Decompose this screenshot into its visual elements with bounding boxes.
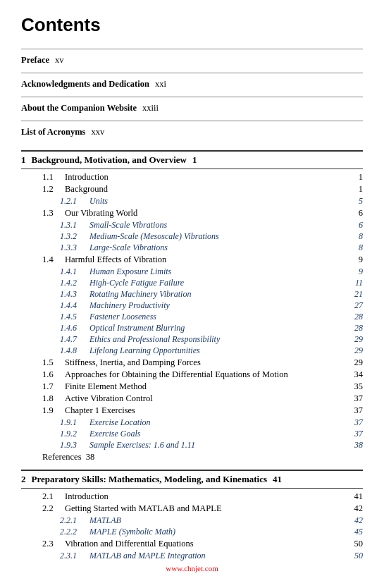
page-container: Contents PrefacexvAcknowledgments and De… (0, 0, 384, 587)
subsection-title: Fastener Looseness (89, 312, 352, 322)
subsection: 1.4.7Ethics and Professional Responsibil… (21, 334, 363, 345)
subsection-num: 1.4.6 (60, 323, 87, 333)
subsection-page: 11 (355, 278, 363, 288)
page-title: Contents (21, 14, 363, 36)
subsection-num: 1.4.4 (60, 300, 87, 311)
subsection: 2.3.1MATLAB and MAPLE Integration50 (21, 551, 363, 561)
chapter-num: 2 (21, 474, 26, 485)
subsection-num: 2.2.1 (60, 515, 87, 526)
section-num: 2.1 (42, 491, 62, 502)
subsection-title: Rotating Machinery Vibration (89, 289, 352, 300)
front-matter-title: Preface (21, 55, 49, 66)
front-matter-item: List of Acronymsxxv (21, 121, 363, 143)
front-matter-item: Prefacexv (21, 49, 363, 71)
section-num: 2.3 (42, 539, 62, 549)
chapter: 2Preparatory Skills: Mathematics, Modeli… (21, 470, 363, 561)
section-page: 37 (354, 393, 364, 404)
subsection-num: 1.3.2 (60, 231, 87, 242)
subsection-page: 37 (354, 429, 363, 439)
section-page: 42 (354, 503, 364, 514)
subsection-num: 2.3.1 (60, 551, 87, 561)
front-matter-title: List of Acronyms (21, 127, 85, 137)
section: 1.3Our Vibrating World6 (21, 208, 363, 219)
front-matter-item: About the Companion Websitexxiii (21, 97, 363, 119)
section: 1.8Active Vibration Control37 (21, 393, 363, 404)
subsection-page: 9 (359, 267, 363, 277)
subsection-title: Medium-Scale (Mesoscale) Vibrations (89, 231, 356, 242)
subsection-title: MAPLE (Symbolic Math) (89, 527, 352, 537)
subsection-num: 1.9.2 (60, 429, 87, 439)
section-title: Approaches for Obtaining the Differentia… (65, 369, 352, 380)
front-matter-page: xxv (91, 127, 104, 137)
subsection-num: 1.4.2 (60, 278, 87, 288)
subsection-page: 6 (359, 220, 363, 231)
subsection: 2.2.1MATLAB42 (21, 515, 363, 526)
subsection: 1.9.3Sample Exercises: 1.6 and 1.1138 (21, 440, 363, 451)
section-num: 1.5 (42, 357, 62, 368)
subsection-title: Sample Exercises: 1.6 and 1.11 (89, 440, 352, 451)
chapter-page: 41 (273, 474, 282, 485)
section-page: 37 (354, 405, 364, 416)
references-label: References (42, 452, 82, 462)
subsection-title: High-Cycle Fatigue Failure (89, 278, 352, 288)
subsection: 1.3.1Small-Scale Vibrations6 (21, 220, 363, 231)
subsection-num: 1.4.3 (60, 289, 87, 300)
front-matter-section: PrefacexvAcknowledgments and Dedicationx… (21, 49, 363, 143)
subsection: 1.9.1Exercise Location37 (21, 417, 363, 428)
subsection: 1.9.2Exercise Goals37 (21, 429, 363, 439)
section: 1.4Harmful Effects of Vibration9 (21, 255, 363, 265)
chapter-header: 2Preparatory Skills: Mathematics, Modeli… (21, 470, 363, 489)
section-title: Our Vibrating World (65, 208, 356, 219)
chapter: 1Background, Motivation, and Overview11.… (21, 150, 363, 463)
subsection-title: Units (89, 196, 356, 207)
section-num: 1.8 (42, 393, 62, 404)
subsection: 1.4.5Fastener Looseness28 (21, 312, 363, 322)
section: 1.6Approaches for Obtaining the Differen… (21, 369, 363, 380)
subsection-page: 45 (354, 527, 363, 537)
section: 1.1Introduction1 (21, 172, 363, 183)
subsection-title: MATLAB and MAPLE Integration (89, 551, 352, 561)
subsection-num: 1.3.3 (60, 243, 87, 253)
subsection-page: 28 (354, 323, 363, 333)
section-title: Background (65, 184, 356, 195)
section-num: 1.2 (42, 184, 62, 195)
chapter-header: 1Background, Motivation, and Overview1 (21, 150, 363, 169)
subsection-title: Large-Scale Vibrations (89, 243, 356, 253)
subsection-page: 50 (354, 551, 363, 561)
chapter-title: Background, Motivation, and Overview (32, 154, 187, 166)
subsection: 1.4.1Human Exposure Limits9 (21, 267, 363, 277)
section: 2.3Vibration and Differential Equations5… (21, 539, 363, 549)
subsection-title: MATLAB (89, 515, 352, 526)
subsection-page: 37 (354, 417, 363, 428)
subsection-num: 1.9.1 (60, 417, 87, 428)
subsection-page: 42 (354, 515, 363, 526)
subsection-num: 1.9.3 (60, 440, 87, 451)
section-num: 2.2 (42, 503, 62, 514)
subsection: 1.4.4Machinery Productivity27 (21, 300, 363, 311)
subsection-title: Small-Scale Vibrations (89, 220, 356, 231)
chapter-num: 1 (21, 154, 26, 166)
subsection: 1.4.2High-Cycle Fatigue Failure11 (21, 278, 363, 288)
section-title: Active Vibration Control (65, 393, 352, 404)
references-page: 38 (86, 452, 95, 462)
section-title: Getting Started with MATLAB and MAPLE (65, 503, 352, 514)
chapter-title: Preparatory Skills: Mathematics, Modelin… (32, 474, 267, 485)
references-line: References 38 (21, 452, 363, 463)
front-matter-page: xv (55, 55, 64, 66)
watermark: www.chnjet.com (21, 564, 363, 572)
section-page: 41 (354, 491, 364, 502)
subsection-title: Optical Instrument Blurring (89, 323, 352, 333)
section-num: 1.1 (42, 172, 62, 183)
chapter-page: 1 (192, 154, 197, 166)
subsection-page: 8 (359, 231, 363, 242)
chapters-container: 1Background, Motivation, and Overview11.… (21, 150, 363, 561)
section-title: Introduction (65, 172, 356, 183)
front-matter-page: xxi (155, 79, 166, 90)
subsection: 1.3.2Medium-Scale (Mesoscale) Vibrations… (21, 231, 363, 242)
subsection-title: Human Exposure Limits (89, 267, 356, 277)
subsection-page: 28 (354, 312, 363, 322)
subsection-num: 1.4.5 (60, 312, 87, 322)
section-num: 1.4 (42, 255, 62, 265)
subsection: 2.2.2MAPLE (Symbolic Math)45 (21, 527, 363, 537)
section: 1.2Background1 (21, 184, 363, 195)
